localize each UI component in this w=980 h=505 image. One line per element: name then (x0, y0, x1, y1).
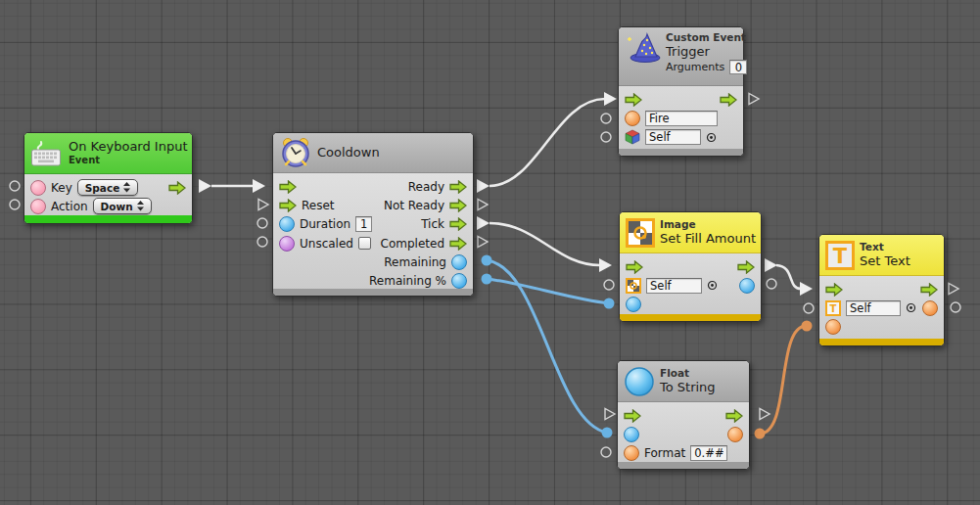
flow-indicator-image-in (599, 258, 612, 272)
format-field[interactable] (690, 445, 727, 461)
flow-indicator-trigger-out (749, 94, 759, 105)
wire-tick-to-image[interactable] (490, 223, 600, 265)
node-subtitle: Event (69, 155, 188, 167)
duration-port[interactable] (279, 216, 295, 232)
node-float-to-string[interactable]: Float To String Format (617, 360, 750, 470)
value-indicator-image-out (767, 279, 776, 289)
gameobject-cube-icon (625, 129, 640, 145)
flow-input-port[interactable] (626, 260, 643, 274)
wire-remaining-to-tostring[interactable] (487, 260, 607, 433)
flow-output-port[interactable] (720, 93, 737, 107)
action-dropdown[interactable]: Down (93, 198, 152, 214)
key-label: Key (51, 181, 72, 195)
flow-input-port[interactable] (624, 409, 641, 423)
target-icon[interactable] (706, 132, 717, 143)
value-indicator-fillamount-in (604, 298, 615, 309)
unscaled-port[interactable] (279, 236, 295, 252)
value-indicator-text-out (951, 302, 960, 312)
text-icon: T (825, 241, 855, 270)
port-row-self: T (819, 298, 944, 317)
image-self-icon (626, 278, 641, 294)
unscaled-checkbox[interactable] (358, 237, 371, 250)
wire-image-to-text[interactable] (776, 265, 801, 289)
action-dropdown-value: Down (101, 201, 133, 212)
target-icon[interactable] (906, 302, 916, 313)
tick-label: Tick (421, 217, 444, 231)
unscaled-label: Unscaled (300, 237, 353, 251)
port-row-flow-ready: Ready (273, 177, 473, 196)
fire-field[interactable] (645, 111, 718, 126)
port-row-remaining-pct: Remaining % (273, 271, 473, 290)
not-ready-label: Not Ready (384, 199, 444, 212)
flow-indicator-text-in (800, 282, 813, 296)
key-dropdown[interactable]: Space (77, 179, 139, 196)
self-field[interactable] (846, 300, 901, 316)
flow-indicator-reset-in (258, 200, 268, 210)
ready-output-port[interactable] (449, 180, 467, 194)
node-cooldown[interactable]: Cooldown Ready Reset Not Ready (272, 132, 474, 297)
completed-output-port[interactable] (449, 237, 467, 251)
node-title: Cooldown (317, 145, 380, 161)
node-title: Set Text (860, 253, 910, 269)
not-ready-output-port[interactable] (449, 199, 467, 212)
flow-output-port[interactable] (737, 260, 755, 274)
self-field[interactable] (645, 129, 701, 145)
svg-text:T: T (833, 245, 848, 268)
node-custom-event-trigger[interactable]: Custom Event Trigger Arguments (618, 26, 744, 157)
value-indicator-duration-in (257, 218, 267, 228)
flow-indicator-tick-out (477, 216, 490, 230)
format-port[interactable] (624, 445, 639, 461)
flow-input-port[interactable] (825, 283, 843, 297)
text-value-port[interactable] (825, 319, 841, 335)
arguments-field[interactable] (729, 60, 747, 74)
port-row-flow (618, 406, 749, 425)
float-input-port[interactable] (624, 427, 639, 442)
ready-label: Ready (408, 180, 444, 194)
remaining-output-port[interactable] (451, 254, 467, 270)
wire-remainingpct-to-image[interactable] (487, 279, 609, 303)
svg-text:T: T (830, 303, 837, 314)
graph-canvas[interactable]: On Keyboard Input Event Key Space Action (0, 0, 980, 505)
value-indicator-image-self-in (604, 280, 614, 290)
dropdown-arrows-icon (137, 201, 144, 211)
node-footer (273, 289, 473, 296)
flow-input-port[interactable] (625, 93, 642, 107)
value-indicator-format-in (601, 447, 611, 457)
fire-port[interactable] (625, 111, 640, 126)
port-row-reset-notready: Reset Not Ready (273, 196, 473, 214)
value-indicator-remaining-out (482, 255, 492, 266)
remaining-percent-output-port[interactable] (451, 273, 467, 289)
port-row-remaining: Remaining (273, 252, 473, 271)
node-image-set-fill-amount[interactable]: Image Set Fill Amount (619, 211, 762, 322)
value-indicator-settext-value-in (802, 321, 813, 332)
port-row-self (620, 276, 761, 295)
node-text-set-text[interactable]: T Text Set Text T (818, 234, 945, 346)
flow-input-port[interactable] (279, 180, 297, 194)
port-row-fill-amount (620, 296, 761, 314)
node-on-keyboard-input[interactable]: On Keyboard Input Event Key Space Action (23, 132, 193, 224)
node-title: To String (660, 380, 716, 395)
flow-output-port[interactable] (920, 283, 938, 297)
wire-ready-to-trigger[interactable] (490, 99, 605, 186)
flow-output-port[interactable] (725, 409, 743, 423)
value-indicator-text-self-in (804, 303, 814, 313)
fill-amount-port[interactable] (626, 297, 641, 312)
action-port[interactable] (30, 199, 46, 214)
float-icon (624, 366, 655, 397)
reset-input-port[interactable] (279, 199, 297, 212)
wire-tostring-to-settext[interactable] (760, 326, 807, 434)
value-indicator-tostring-in (602, 428, 613, 438)
key-port[interactable] (30, 180, 46, 196)
self-field[interactable] (646, 278, 702, 294)
string-output-port[interactable] (727, 427, 743, 442)
remaining-percent-label: Remaining % (369, 274, 446, 288)
format-label: Format (644, 446, 685, 460)
completed-label: Completed (381, 237, 444, 251)
duration-field[interactable] (355, 216, 372, 232)
arguments-label: Arguments (666, 61, 724, 74)
target-icon[interactable] (707, 280, 718, 291)
image-output-port[interactable] (739, 278, 755, 294)
tick-output-port[interactable] (449, 217, 467, 231)
text-output-port[interactable] (922, 300, 938, 316)
flow-output-port[interactable] (168, 181, 186, 195)
